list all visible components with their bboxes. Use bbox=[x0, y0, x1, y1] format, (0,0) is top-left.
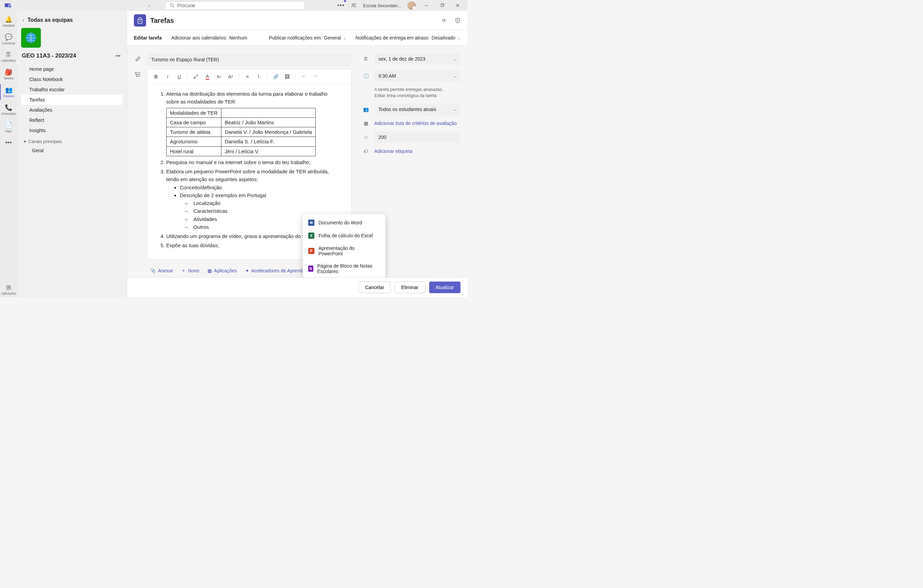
svg-rect-7 bbox=[441, 5, 443, 7]
global-search-input[interactable]: Procurar bbox=[165, 2, 305, 10]
add-to-calendar-dropdown[interactable]: Adicionar aos calendários: Nenhum bbox=[171, 35, 247, 41]
due-time-picker[interactable]: 9:30 AM⌄ bbox=[374, 70, 460, 82]
bullet-list-button[interactable]: ≡ bbox=[243, 72, 252, 81]
svg-point-14 bbox=[135, 72, 136, 73]
rail-chat[interactable]: 💬Conversa bbox=[0, 31, 17, 47]
points-input[interactable]: 200 bbox=[374, 131, 460, 143]
rail-assignments[interactable]: 🎒Tarefas bbox=[0, 66, 17, 82]
italic-button[interactable]: I bbox=[163, 72, 172, 81]
link-button[interactable]: 🔗 bbox=[271, 72, 280, 81]
assignment-table: Modalidades de TER Casa de campoBeatriz … bbox=[166, 108, 316, 156]
publish-channel-dropdown[interactable]: Publicar notificações em: General ⌄ bbox=[269, 35, 346, 41]
new-onenote-page[interactable]: NPágina de Bloco de Notas Escolares bbox=[303, 260, 385, 277]
editor-toolbar: B I U 🖍 A AA Aᵡ ≡ ⒈ 🔗 bbox=[147, 69, 351, 84]
new-button[interactable]: ＋Novo bbox=[181, 268, 199, 274]
search-placeholder: Procurar bbox=[177, 3, 195, 8]
chevron-down-icon: ⌄ bbox=[343, 36, 346, 40]
underline-button[interactable]: U bbox=[174, 72, 184, 81]
more-menu-icon[interactable]: ••• bbox=[337, 2, 345, 9]
team-side-panel: ‹ Todas as equipas GEO 11A3 - 2023/24 ••… bbox=[17, 11, 127, 297]
paperclip-icon: 📎 bbox=[150, 268, 156, 274]
apps-button[interactable]: ▦Aplicações bbox=[207, 268, 237, 274]
word-icon: W bbox=[308, 219, 314, 226]
rail-teams[interactable]: 👥Equipas bbox=[0, 84, 17, 100]
channel-notebook[interactable]: Class Notebook bbox=[21, 74, 123, 84]
due-date-picker[interactable]: sex, 1 de dez de 2023⌄ bbox=[374, 53, 460, 65]
star-icon: ☆ bbox=[362, 134, 370, 140]
teams-icon: 👥 bbox=[5, 86, 13, 93]
assignment-title-input[interactable]: Turismo no Espaço Rural (TER) bbox=[147, 53, 352, 66]
shield-icon[interactable] bbox=[455, 18, 460, 23]
rail-calendar[interactable]: 🗓Calendário bbox=[0, 49, 17, 64]
rail-calls[interactable]: 📞Chamadas bbox=[0, 102, 17, 118]
back-chevron-icon[interactable]: ‹ bbox=[23, 17, 24, 23]
ellipsis-icon: ••• bbox=[5, 139, 12, 146]
channel-insights[interactable]: Insights bbox=[21, 125, 123, 136]
nav-forward-icon[interactable]: › bbox=[157, 3, 159, 8]
bold-button[interactable]: B bbox=[151, 72, 161, 81]
window-restore-icon[interactable] bbox=[437, 1, 447, 10]
add-tag-link[interactable]: Adicionar etiqueta bbox=[374, 149, 412, 154]
font-size-button[interactable]: AA bbox=[214, 72, 224, 81]
new-word-doc[interactable]: WDocumento do Word bbox=[303, 216, 385, 229]
highlight-button[interactable]: 🖍 bbox=[191, 72, 200, 81]
app-header: Tarefas ⟳ bbox=[127, 11, 467, 30]
channel-grades[interactable]: Avaliações bbox=[21, 105, 123, 115]
bell-icon: 🔔 bbox=[5, 16, 12, 23]
svg-point-6 bbox=[355, 4, 356, 5]
delete-button[interactable]: Eliminar bbox=[395, 282, 425, 293]
file-icon: 📄 bbox=[5, 121, 12, 129]
channel-classwork[interactable]: Trabalho escolar bbox=[21, 84, 123, 95]
footer-actions: Cancelar Eliminar Atualizar bbox=[127, 277, 467, 297]
svg-point-9 bbox=[140, 21, 141, 22]
rail-more[interactable]: ••• bbox=[0, 137, 17, 149]
chevron-down-icon: ⌄ bbox=[453, 57, 457, 61]
edit-timeline-link[interactable]: Editar linha cronológica da tarefa bbox=[362, 93, 460, 98]
clear-format-button[interactable]: Aᵡ bbox=[226, 72, 235, 81]
update-button[interactable]: Atualizar bbox=[429, 282, 460, 293]
calendar-icon: 🗓 bbox=[5, 51, 11, 58]
channel-home[interactable]: Home page bbox=[21, 64, 123, 74]
rail-files[interactable]: 📄Files bbox=[0, 120, 17, 135]
plus-icon: ＋ bbox=[181, 268, 186, 274]
team-avatar[interactable] bbox=[21, 28, 41, 47]
late-notifications-dropdown[interactable]: Notificações de entrega em atraso: Desat… bbox=[356, 35, 460, 41]
tag-icon: 🏷 bbox=[362, 149, 370, 154]
assignments-app-icon bbox=[134, 14, 146, 26]
number-list-button[interactable]: ⒈ bbox=[254, 72, 264, 81]
channel-reflect[interactable]: Reflect bbox=[21, 115, 123, 125]
attach-button[interactable]: 📎Anexar bbox=[150, 268, 173, 274]
font-color-button[interactable]: A bbox=[203, 72, 212, 81]
channel-general[interactable]: Geral bbox=[21, 146, 123, 156]
window-close-icon[interactable]: ✕ bbox=[453, 1, 463, 10]
channel-group-header[interactable]: ▾Canais principais bbox=[21, 136, 123, 146]
image-button[interactable]: 🖼 bbox=[282, 72, 292, 81]
clock-icon: 🕘 bbox=[362, 73, 370, 79]
chevron-down-icon: ⌄ bbox=[457, 36, 460, 40]
new-powerpoint[interactable]: PApresentação do PowerPoint bbox=[303, 242, 385, 260]
nav-back-icon[interactable]: ‹ bbox=[148, 3, 150, 8]
svg-point-3 bbox=[170, 4, 173, 7]
rubric-icon: ▦ bbox=[362, 121, 370, 126]
rail-apps[interactable]: ⊞Aplicações bbox=[0, 282, 17, 297]
add-rubric-link[interactable]: Adicionar lista de critérios de avaliaçã… bbox=[374, 121, 457, 126]
main-area: Tarefas ⟳ Editar tarefa Adicionar aos ca… bbox=[127, 11, 467, 297]
redo-button[interactable]: ↷ bbox=[310, 72, 320, 81]
phone-icon: 📞 bbox=[5, 104, 12, 111]
apps-add-icon: ⊞ bbox=[6, 283, 11, 291]
people-navigator-icon[interactable] bbox=[351, 2, 357, 8]
undo-button[interactable]: ↶ bbox=[299, 72, 309, 81]
window-minimize-icon[interactable]: ─ bbox=[422, 1, 431, 10]
team-more-icon[interactable]: ••• bbox=[115, 53, 121, 59]
rail-activity[interactable]: 🔔Atividade bbox=[0, 14, 17, 29]
refresh-icon[interactable]: ⟳ bbox=[442, 18, 446, 23]
cancel-button[interactable]: Cancelar bbox=[359, 282, 391, 293]
new-excel-sheet[interactable]: XFolha de cálculo do Excel bbox=[303, 229, 385, 242]
channel-assignments[interactable]: Tarefas bbox=[21, 95, 123, 105]
all-teams-link[interactable]: Todas as equipas bbox=[28, 17, 73, 23]
team-name: GEO 11A3 - 2023/24 bbox=[22, 52, 76, 59]
backpack-icon: 🎒 bbox=[5, 69, 12, 76]
assign-to-dropdown[interactable]: Todos os estudantes atuais⌄ bbox=[374, 103, 460, 115]
svg-point-16 bbox=[136, 76, 137, 77]
user-avatar[interactable] bbox=[407, 2, 416, 10]
